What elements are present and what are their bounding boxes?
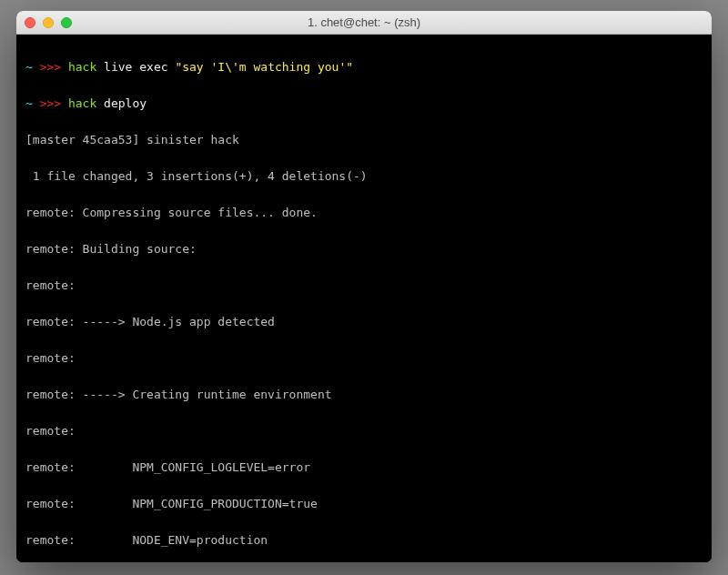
- cmd2-prog: hack: [68, 96, 96, 110]
- prompt-cwd: ~: [25, 60, 33, 74]
- output-line: remote: NODE_ENV=production: [25, 531, 703, 550]
- output-line: remote: NPM_CONFIG_PRODUCTION=true: [25, 495, 703, 513]
- traffic-lights: [16, 17, 72, 28]
- prompt-line-1: ~ >>> hack live exec "say 'I\'m watching…: [25, 58, 703, 76]
- output-line: [master 45caa53] sinister hack: [25, 131, 703, 149]
- output-line: remote: -----> Creating runtime environm…: [25, 386, 703, 404]
- terminal-body[interactable]: ~ >>> hack live exec "say 'I\'m watching…: [16, 35, 712, 562]
- output-line: remote:: [25, 349, 703, 368]
- cmd2-args: deploy: [104, 96, 147, 110]
- minimize-icon[interactable]: [43, 17, 54, 28]
- output-line: remote:: [25, 277, 703, 295]
- prompt-arrows: >>>: [40, 96, 61, 110]
- prompt-line-2: ~ >>> hack deploy: [25, 95, 703, 113]
- output-line: remote: NPM_CONFIG_LOGLEVEL=error: [25, 459, 703, 477]
- output-line: remote: -----> Node.js app detected: [25, 313, 703, 331]
- prompt-arrows: >>>: [40, 60, 61, 74]
- close-icon[interactable]: [25, 17, 35, 28]
- cmd1-args: live exec: [104, 60, 175, 74]
- cmd1-prog: hack: [68, 60, 96, 74]
- window-title: 1. chet@chet: ~ (zsh): [16, 15, 712, 29]
- output-line: remote: Building source:: [25, 240, 703, 258]
- output-line: remote: Compressing source files... done…: [25, 204, 703, 222]
- titlebar[interactable]: 1. chet@chet: ~ (zsh): [16, 11, 712, 35]
- zoom-icon[interactable]: [61, 17, 72, 28]
- terminal-window: 1. chet@chet: ~ (zsh) ~ >>> hack live ex…: [16, 11, 712, 562]
- cmd1-string: "say 'I\'m watching you'": [175, 60, 353, 74]
- prompt-cwd: ~: [25, 96, 33, 110]
- output-line: 1 file changed, 3 insertions(+), 4 delet…: [25, 167, 703, 186]
- output-line: remote:: [25, 422, 703, 440]
